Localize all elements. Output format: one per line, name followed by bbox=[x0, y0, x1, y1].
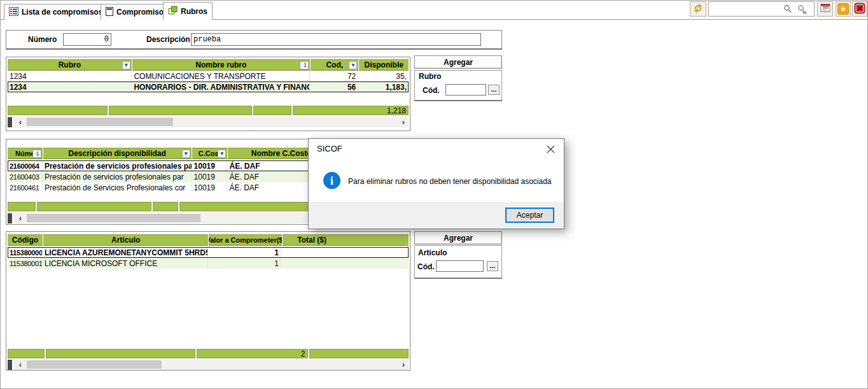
search-next-icon[interactable] bbox=[797, 4, 808, 17]
numero-label: Número bbox=[28, 35, 57, 44]
cell-codigo: 1153800010 bbox=[8, 258, 43, 269]
descripcion-label: Descripción bbox=[146, 35, 190, 44]
tab-compromiso[interactable]: Compromiso bbox=[101, 4, 169, 20]
articulo-cod-input[interactable] bbox=[436, 260, 484, 272]
agregar-articulo-button[interactable]: Agregar bbox=[414, 231, 502, 244]
column-header-rubro[interactable]: Rubro ▾ bbox=[8, 59, 132, 71]
scroll-left-icon[interactable]: ‹ bbox=[16, 117, 25, 127]
browse-button[interactable]: ... bbox=[487, 261, 498, 271]
sort-order-icon: ·1 bbox=[300, 61, 309, 69]
cell-nombre-rubro: COMUNICACIONES Y TRANSPORTE bbox=[132, 71, 310, 81]
column-header-valor[interactable]: Valor a Comprometer($) bbox=[209, 234, 282, 246]
tab-lista-de-compromisos[interactable]: Lista de compromisos bbox=[4, 4, 108, 20]
cell-total bbox=[281, 258, 407, 269]
column-header-codigo[interactable]: Código bbox=[8, 234, 43, 246]
cell-nombre-rubro: HONORARIOS - DIR. ADMINISTRATIVA Y FINAN… bbox=[132, 81, 310, 92]
document-icon bbox=[106, 7, 113, 18]
column-header-label: Nombre rubro bbox=[195, 60, 246, 69]
close-icon bbox=[854, 3, 865, 16]
rubros-grid-footer: 1,218 bbox=[8, 106, 409, 115]
column-header-label: Código bbox=[12, 236, 38, 244]
cell-descripcion: Prestación de servicios profesionales pa… bbox=[43, 160, 192, 171]
close-button[interactable] bbox=[852, 1, 867, 17]
rubros-grid-header: Rubro ▾ Nombre rubro ·1 Cod, ▾ Disponibl… bbox=[8, 59, 409, 71]
table-row-selected[interactable]: 1234 HONORARIOS - DIR. ADMINISTRATIVA Y … bbox=[8, 81, 409, 92]
footer-total-disponible: 1,218 bbox=[293, 106, 409, 115]
agregar-rubro-button[interactable]: Agregar bbox=[414, 55, 502, 69]
horizontal-scrollbar[interactable]: ‹ › bbox=[8, 117, 409, 127]
info-icon: i bbox=[323, 172, 340, 189]
table-row-selected[interactable]: 1153800007 LICENCIA AZUREMONETANYCOMMIT … bbox=[8, 247, 409, 258]
table-row[interactable]: 1234 COMUNICACIONES Y TRANSPORTE 72 35, bbox=[8, 71, 409, 81]
cell-codigo: 1153800007 bbox=[8, 247, 43, 258]
column-header-disponible[interactable]: Disponible bbox=[359, 59, 409, 71]
column-header-ccosto[interactable]: C.Cost ▾ bbox=[192, 148, 228, 159]
column-header-label: Disponible bbox=[365, 60, 403, 69]
horizontal-scrollbar[interactable]: ‹ › bbox=[8, 360, 409, 370]
numero-input[interactable] bbox=[63, 33, 111, 46]
cell-rubro: 1234 bbox=[8, 81, 132, 92]
scrollbar-grip[interactable] bbox=[8, 213, 13, 223]
refresh-button[interactable] bbox=[690, 1, 706, 17]
cell-ccosto: 10019 bbox=[192, 171, 228, 182]
cell-cod: 72 bbox=[310, 71, 358, 81]
scroll-left-icon[interactable]: ‹ bbox=[16, 360, 25, 370]
column-header-descripcion[interactable]: Descripción disponibilidad ▾ bbox=[43, 148, 192, 159]
scroll-right-icon[interactable]: › bbox=[399, 117, 408, 127]
descripcion-input[interactable] bbox=[191, 33, 481, 46]
column-header-total[interactable]: Total ($) bbox=[283, 234, 409, 246]
scrollbar-thumb[interactable] bbox=[27, 118, 173, 126]
scrollbar-thumb[interactable] bbox=[27, 360, 162, 369]
column-header-label: Valor a Comprometer($) bbox=[209, 236, 282, 244]
scrollbar-thumb[interactable] bbox=[27, 214, 200, 222]
column-header-label: Descripción disponibilidad bbox=[68, 149, 165, 158]
search-icon[interactable] bbox=[783, 4, 792, 15]
footer-cell bbox=[309, 349, 409, 358]
scrollbar-grip[interactable] bbox=[8, 360, 13, 370]
cell-ccosto: 10019 bbox=[192, 182, 228, 193]
star-icon: ★ bbox=[837, 3, 849, 15]
footer-cell bbox=[37, 202, 151, 211]
favorites-button[interactable]: ★ bbox=[836, 1, 851, 17]
tab-label: Lista de compromisos bbox=[22, 8, 102, 17]
cell-cod: 56 bbox=[310, 81, 358, 92]
dialog-footer: Aceptar bbox=[309, 202, 564, 229]
footer-cell bbox=[8, 202, 36, 211]
list-icon bbox=[9, 7, 18, 18]
articulos-grid-footer: 2 bbox=[8, 349, 409, 358]
calendar-button[interactable] bbox=[817, 1, 833, 17]
filter-dropdown-icon[interactable]: ▾ bbox=[218, 150, 226, 158]
compromiso-form: Número Descripción bbox=[6, 30, 502, 50]
tab-label: Rubros bbox=[181, 7, 207, 16]
rubro-cod-input[interactable] bbox=[445, 84, 486, 95]
articulos-grid: Código Artículo Valor a Comprometer($) T… bbox=[6, 231, 410, 371]
aceptar-button[interactable]: Aceptar bbox=[505, 208, 554, 223]
cascade-windows-icon bbox=[168, 6, 178, 17]
column-header-nombre-rubro[interactable]: Nombre rubro ·1 bbox=[132, 59, 310, 71]
filter-dropdown-icon[interactable]: ▾ bbox=[182, 150, 190, 158]
cell-disponible: 35, bbox=[358, 71, 409, 81]
app-window: Lista de compromisos Compromiso Rubros bbox=[0, 0, 868, 389]
browse-button[interactable]: ... bbox=[488, 85, 500, 95]
articulos-grid-header: Código Artículo Valor a Comprometer($) T… bbox=[8, 234, 409, 246]
footer-cell bbox=[109, 106, 252, 115]
footer-cell bbox=[8, 106, 108, 115]
footer-cell bbox=[253, 106, 291, 115]
tab-rubros[interactable]: Rubros bbox=[163, 2, 213, 20]
column-header-cod[interactable]: Cod, ▾ bbox=[311, 59, 359, 71]
refresh-icon bbox=[693, 3, 703, 15]
scroll-left-icon[interactable]: ‹ bbox=[16, 213, 25, 223]
cell-valor: 1 bbox=[208, 258, 281, 269]
filter-dropdown-icon[interactable]: ▾ bbox=[122, 61, 130, 69]
scroll-right-icon[interactable]: › bbox=[399, 360, 408, 370]
cell-total bbox=[281, 247, 407, 258]
rubros-grid: Rubro ▾ Nombre rubro ·1 Cod, ▾ Disponibl… bbox=[6, 57, 410, 131]
table-row[interactable]: 1153800010 LICENCIA MICROSOFT OFFICE 1 bbox=[8, 258, 409, 269]
filter-dropdown-icon[interactable]: ▾ bbox=[349, 61, 357, 69]
column-header-numero[interactable]: Núme ·1 bbox=[8, 148, 43, 159]
dialog-close-icon[interactable] bbox=[546, 145, 556, 155]
column-header-articulo[interactable]: Artículo bbox=[43, 234, 209, 246]
articulo-groupbox: Artículo Cód. ... bbox=[414, 245, 502, 279]
cell-valor: 1 bbox=[208, 247, 281, 258]
scrollbar-grip[interactable] bbox=[8, 117, 13, 127]
